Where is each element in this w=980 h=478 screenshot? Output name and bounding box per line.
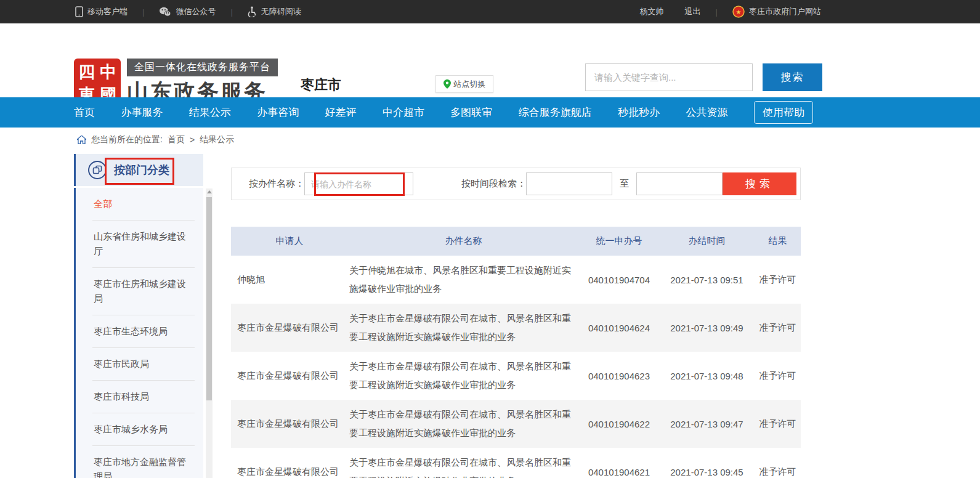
scrollbar-thumb[interactable] [206,197,212,400]
department-item[interactable]: 枣庄市地方金融监督管理局 [92,446,195,478]
cell-case-name: 关于枣庄市金星爆破有限公司在城市、风景名胜区和重要工程设施附近实施爆破作业审批的… [348,448,579,478]
date-to-input[interactable] [636,172,723,195]
col-header-case-name: 办件名称 [348,235,579,247]
divider: | [230,7,232,17]
cell-case-name: 关于仲晓旭在城市、风景名胜区和重要工程设施附近实施爆破作业审批的业务 [348,256,579,304]
logout-link[interactable]: 退出 [685,6,701,17]
cell-finish-time: 2021-07-13 09:45 [659,467,755,477]
nav-instant-approval[interactable]: 秒批秒办 [618,105,660,120]
department-item[interactable]: 枣庄市科技局 [92,381,195,413]
accessibility-link[interactable]: 无障碍阅读 [248,6,301,17]
nav-public-resources[interactable]: 公共资源 [686,105,728,120]
department-item[interactable]: 枣庄市生态环境局 [92,315,195,348]
col-header-applicant: 申请人 [231,235,348,247]
cell-case-name: 关于枣庄市金星爆破有限公司在城市、风景名胜区和重要工程设施附近实施爆破作业审批的… [348,304,579,352]
portal-link[interactable]: ★ 枣庄市政府门户网站 [732,6,821,18]
cell-applicant: 枣庄市金星爆破有限公司 [231,322,348,334]
table-row[interactable]: 枣庄市金星爆破有限公司 关于枣庄市金星爆破有限公司在城市、风景名胜区和重要工程设… [231,448,801,478]
username[interactable]: 杨文帅 [640,6,664,17]
nav-rating[interactable]: 好差评 [325,105,357,120]
topbar: 移动客户端 | 微信公众号 | 无障碍阅读 杨文帅 退出 | ★ 枣庄市政府门户… [0,0,980,23]
table-row[interactable]: 枣庄市金星爆破有限公司 关于枣庄市金星爆破有限公司在城市、风景名胜区和重要工程设… [231,352,801,400]
svg-text:★: ★ [736,9,742,15]
results-table: 申请人 办件名称 统一申办号 办结时间 结果 仲晓旭 关于仲晓旭在城市、风景名胜… [231,227,801,478]
keyword-search-button[interactable]: 搜索 [763,63,822,91]
cell-case-name: 关于枣庄市金星爆破有限公司在城市、风景名胜区和重要工程设施附近实施爆破作业审批的… [348,352,579,400]
header-search: 搜索 [585,63,822,91]
date-from-input[interactable] [526,172,612,195]
mobile-phone-icon [75,6,83,17]
nav-help[interactable]: 使用帮助 [754,101,813,124]
department-sidebar: 按部门分类 全部 山东省住房和城乡建设厅 枣庄市住房和城乡建设局 枣庄市生态环境… [74,154,203,478]
wechat-icon [159,7,171,17]
cell-case-name: 关于枣庄市金星爆破有限公司在城市、风景名胜区和重要工程设施附近实施爆破作业审批的… [348,400,579,448]
site-switch-button[interactable]: 站点切换 [435,75,493,93]
location-pin-icon [443,79,451,89]
cell-number: 040101904624 [579,323,659,333]
sidebar-title: 按部门分类 [114,163,169,177]
cell-applicant: 仲晓旭 [231,274,348,286]
national-emblem-icon: ★ [732,6,745,18]
cell-finish-time: 2021-07-13 09:47 [659,419,755,429]
date-filter-label: 按时间段检索： [461,178,526,190]
table-row[interactable]: 枣庄市金星爆破有限公司 关于枣庄市金星爆破有限公司在城市、风景名胜区和重要工程设… [231,304,801,352]
department-item-all[interactable]: 全部 [92,188,195,221]
cell-applicant: 枣庄市金星爆破有限公司 [231,370,348,382]
home-icon [77,136,86,144]
col-header-number: 统一申办号 [579,235,659,247]
cell-number: 040101904704 [579,275,659,285]
filter-search-button[interactable]: 搜索 [723,172,796,195]
cell-result: 准予许可 [755,418,801,430]
platform-banner: 全国一体化在线政务服务平台 [127,59,278,76]
nav-agency-market[interactable]: 中介超市 [383,105,424,120]
nav-flagship-store[interactable]: 综合服务旗舰店 [519,105,592,120]
date-to-label: 至 [620,178,629,190]
cell-result: 准予许可 [755,274,801,286]
category-icon [88,161,107,179]
page: 移动客户端 | 微信公众号 | 无障碍阅读 杨文帅 退出 | ★ 枣庄市政府门户… [0,0,980,478]
cell-applicant: 枣庄市金星爆破有限公司 [231,418,348,430]
case-name-input[interactable] [304,172,413,195]
col-header-result: 结果 [755,235,801,247]
sidebar-header: 按部门分类 [74,154,203,186]
table-header-row: 申请人 办件名称 统一申办号 办结时间 结果 [231,227,801,256]
cell-number: 040101904621 [579,467,659,477]
keyword-search-input[interactable] [585,63,753,91]
nav-services[interactable]: 办事服务 [121,105,163,120]
breadcrumb-home-link[interactable]: 首页 [168,134,185,145]
sidebar-scrollbar[interactable] [206,188,213,478]
header: 四 中 東 國 全国一体化在线政务服务平台 山东政务服务 枣庄市 站点切换 搜索… [0,23,980,97]
scrollbar-up-arrow-icon[interactable] [207,190,212,193]
cell-applicant: 枣庄市金星爆破有限公司 [231,466,348,478]
nav-home[interactable]: 首页 [74,105,95,120]
department-item[interactable]: 枣庄市城乡水务局 [92,413,195,446]
divider: | [142,7,144,17]
cell-finish-time: 2021-07-13 09:51 [659,275,755,285]
name-filter-label: 按办件名称： [249,178,304,190]
cell-result: 准予许可 [755,370,801,382]
main-content: 按办件名称： 按时间段检索： 至 搜索 申请人 办件名称 统一申办号 办结时间 … [231,168,801,478]
cell-result: 准予许可 [755,322,801,334]
cell-finish-time: 2021-07-13 09:49 [659,323,755,333]
table-row[interactable]: 仲晓旭 关于仲晓旭在城市、风景名胜区和重要工程设施附近实施爆破作业审批的业务 0… [231,256,801,304]
department-list: 全部 山东省住房和城乡建设厅 枣庄市住房和城乡建设局 枣庄市生态环境局 枣庄市民… [74,188,203,478]
department-item[interactable]: 枣庄市住房和城乡建设局 [92,268,195,315]
city-name: 枣庄市 [301,76,341,94]
department-item[interactable]: 枣庄市民政局 [92,348,195,381]
wechat-link[interactable]: 微信公众号 [159,6,216,17]
nav-multi-review[interactable]: 多图联审 [450,105,492,120]
table-row[interactable]: 枣庄市金星爆破有限公司 关于枣庄市金星爆破有限公司在城市、风景名胜区和重要工程设… [231,400,801,448]
nav-results[interactable]: 结果公示 [189,105,231,120]
cell-number: 040101904622 [579,419,659,429]
accessibility-icon [248,6,257,17]
breadcrumb: 您当前所在的位置: 首页 > 结果公示 [77,134,234,145]
nav-consult[interactable]: 办事咨询 [257,105,299,120]
breadcrumb-current: 结果公示 [200,134,234,145]
cell-result: 准予许可 [755,466,801,478]
main-nav: 首页 办事服务 结果公示 办事咨询 好差评 中介超市 多图联审 综合服务旗舰店 … [0,97,980,128]
col-header-finish-time: 办结时间 [659,235,755,247]
filter-bar: 按办件名称： 按时间段检索： 至 搜索 [231,168,801,200]
mobile-client-link[interactable]: 移动客户端 [75,6,128,17]
cell-finish-time: 2021-07-13 09:48 [659,371,755,381]
department-item[interactable]: 山东省住房和城乡建设厅 [92,221,195,268]
